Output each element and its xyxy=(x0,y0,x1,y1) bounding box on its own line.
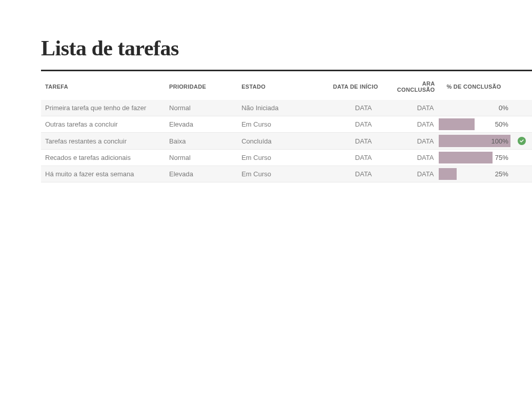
cell-done xyxy=(517,100,532,116)
cell-priority: Normal xyxy=(165,100,237,116)
pct-label: 50% xyxy=(495,120,508,128)
table-row: Tarefas restantes a concluirBaixaConcluí… xyxy=(41,133,532,150)
pct-label: 100% xyxy=(491,137,508,145)
cell-start-date: DATA xyxy=(310,133,382,150)
cell-status: Em Curso xyxy=(237,166,310,182)
pct-label: 25% xyxy=(495,170,508,178)
col-header-task: TAREFA xyxy=(41,71,165,100)
cell-status: Em Curso xyxy=(237,116,310,133)
cell-task: Outras tarefas a concluir xyxy=(41,116,165,133)
table-row: Primeira tarefa que tenho de fazerNormal… xyxy=(41,100,532,116)
col-header-end: ARA CONCLUSÃO xyxy=(382,71,439,100)
cell-task: Tarefas restantes a concluir xyxy=(41,133,165,150)
cell-task: Primeira tarefa que tenho de fazer xyxy=(41,100,165,116)
cell-pct: 75% xyxy=(439,150,516,166)
col-header-status: ESTADO xyxy=(237,71,310,100)
progress-bar-fill xyxy=(439,118,475,130)
cell-done xyxy=(517,133,532,150)
cell-priority: Elevada xyxy=(165,116,237,133)
cell-end-date: DATA xyxy=(382,116,439,133)
page-title: Lista de tarefas xyxy=(41,36,532,71)
cell-task: Recados e tarefas adicionais xyxy=(41,150,165,166)
pct-label: 75% xyxy=(495,154,508,161)
col-header-priority: PRIORIDADE xyxy=(165,71,237,100)
pct-label: 0% xyxy=(499,104,508,112)
cell-status: Não Iniciada xyxy=(237,100,310,116)
cell-end-date: DATA xyxy=(382,166,439,182)
cell-pct: 100% xyxy=(439,133,516,150)
cell-priority: Normal xyxy=(165,150,237,166)
progress-bar-fill xyxy=(439,152,493,163)
task-table: TAREFA PRIORIDADE ESTADO DATA DE INÍCIO … xyxy=(41,71,532,182)
cell-status: Em Curso xyxy=(237,150,310,166)
col-header-pct: % DE CONCLUSÃO xyxy=(439,71,516,100)
col-header-check xyxy=(517,71,532,100)
cell-start-date: DATA xyxy=(310,116,382,133)
cell-done xyxy=(517,150,532,166)
table-header-row: TAREFA PRIORIDADE ESTADO DATA DE INÍCIO … xyxy=(41,71,532,100)
cell-end-date: DATA xyxy=(382,150,439,166)
table-row: Recados e tarefas adicionaisNormalEm Cur… xyxy=(41,150,532,166)
cell-pct: 25% xyxy=(439,166,516,182)
cell-start-date: DATA xyxy=(310,100,382,116)
cell-pct: 50% xyxy=(439,116,516,133)
cell-start-date: DATA xyxy=(310,150,382,166)
cell-pct: 0% xyxy=(439,100,516,116)
cell-priority: Elevada xyxy=(165,166,237,182)
cell-done xyxy=(517,116,532,133)
cell-done xyxy=(517,166,532,182)
cell-end-date: DATA xyxy=(382,100,439,116)
cell-priority: Baixa xyxy=(165,133,237,150)
cell-task: Há muito a fazer esta semana xyxy=(41,166,165,182)
table-row: Há muito a fazer esta semanaElevadaEm Cu… xyxy=(41,166,532,182)
table-row: Outras tarefas a concluirElevadaEm Curso… xyxy=(41,116,532,133)
cell-end-date: DATA xyxy=(382,133,439,150)
cell-status: Concluída xyxy=(237,133,310,150)
cell-start-date: DATA xyxy=(310,166,382,182)
checkmark-icon xyxy=(518,137,526,145)
col-header-start: DATA DE INÍCIO xyxy=(310,71,382,100)
progress-bar-fill xyxy=(439,168,457,180)
